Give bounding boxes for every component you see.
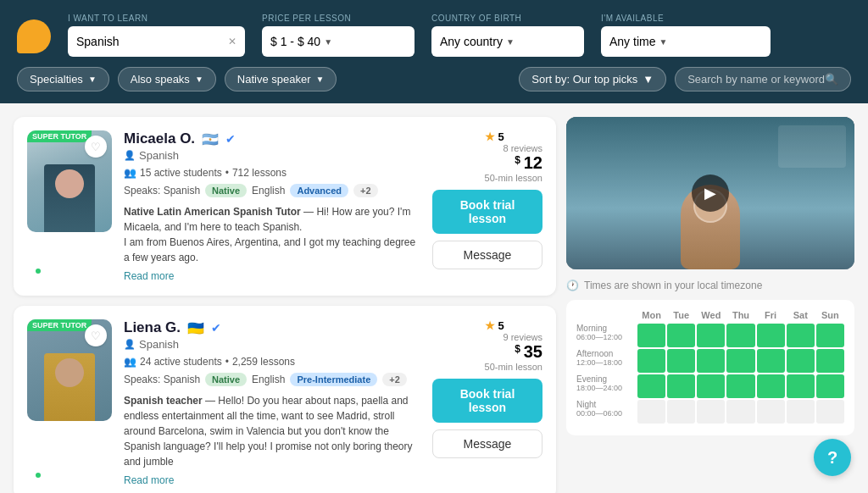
grid-cell[interactable] (697, 374, 725, 398)
tag-more: +2 (353, 184, 378, 197)
read-more-link[interactable]: Read more (124, 474, 174, 486)
grid-cell[interactable] (726, 374, 754, 398)
grid-cell[interactable] (697, 324, 725, 347)
learn-input[interactable] (76, 35, 225, 48)
also-speaks-button[interactable]: Also speaks ▼ (118, 67, 216, 91)
speaks-label: Speaks: Spanish (124, 185, 200, 197)
favorite-button[interactable]: ♡ (85, 136, 107, 158)
country-chevron-icon: ▼ (506, 37, 515, 47)
tutor-flag: 🇦🇷 (202, 131, 219, 147)
grid-cell[interactable] (697, 349, 725, 373)
grid-cell[interactable] (637, 400, 665, 424)
sort-label: Sort by: Our top picks (531, 73, 637, 86)
also-speaks-label: Also speaks (131, 73, 190, 86)
tutor-name-row: Micaela O. 🇦🇷 ✔ (124, 130, 420, 147)
timezone-note: 🕐 Times are shown in your local timezone (566, 280, 854, 291)
star-icon: ★ (485, 130, 495, 143)
learn-label: I WANT TO LEARN (68, 14, 245, 23)
tutor-subject: 👤 Spanish (124, 338, 420, 351)
help-label: ? (827, 448, 837, 468)
country-select-wrap[interactable]: Any country ▼ (431, 26, 584, 57)
grid-cell[interactable] (667, 400, 695, 424)
grid-cell[interactable] (787, 349, 815, 373)
rating-row: ★ 5 (485, 130, 542, 143)
price-row: ★ 5 9 reviews $ 35 50-min lesson (485, 319, 542, 372)
header: I WANT TO LEARN ✕ PRICE PER LESSON $ 1 -… (0, 0, 868, 103)
book-trial-button[interactable]: Book trial lesson (432, 190, 542, 234)
search-box[interactable]: Search by name or keyword 🔍 (675, 67, 851, 91)
grid-cell[interactable] (787, 374, 815, 398)
price-per: 50-min lesson (485, 173, 542, 183)
country-label: COUNTRY OF BIRTH (431, 14, 584, 23)
read-more-link[interactable]: Read more (124, 270, 174, 282)
tutor-description: Native Latin American Spanish Tutor — Hi… (124, 204, 420, 265)
rating-row: ★ 5 (485, 319, 542, 332)
grid-row-morning: Morning 06:00—12:00 (576, 324, 844, 347)
learn-input-wrap[interactable]: ✕ (68, 26, 245, 57)
tag-advanced: Advanced (290, 184, 348, 197)
grid-cell[interactable] (787, 400, 815, 424)
tutor-card: Super tutor ♡ Micaela O. 🇦🇷 ✔ 👤 Spanish … (14, 117, 556, 296)
grid-cell[interactable] (637, 324, 665, 347)
person-icon: 👤 (124, 339, 136, 350)
grid-cell[interactable] (787, 324, 815, 347)
help-button[interactable]: ? (814, 439, 851, 476)
grid-day: Tue (667, 310, 695, 320)
grid-cell[interactable] (816, 400, 844, 424)
grid-row-night: Night 00:00—06:00 (576, 400, 844, 424)
speaks-label: Speaks: Spanish (124, 374, 200, 385)
play-button[interactable]: ▶ (692, 174, 729, 212)
grid-cell[interactable] (667, 374, 695, 398)
grid-cell[interactable] (667, 324, 695, 347)
filter-learn: I WANT TO LEARN ✕ (68, 14, 245, 57)
grid-cell[interactable] (726, 324, 754, 347)
tag-native: Native (205, 373, 247, 386)
message-button[interactable]: Message (432, 429, 542, 458)
grid-cell[interactable] (726, 349, 754, 373)
dollar-icon: $ (515, 343, 520, 355)
grid-cell[interactable] (816, 324, 844, 347)
grid-cell[interactable] (816, 349, 844, 373)
grid-cell[interactable] (757, 400, 785, 424)
slot-name: Evening (576, 374, 636, 384)
slot-time: 00:00—06:00 (576, 409, 636, 418)
available-chevron-icon: ▼ (659, 37, 667, 47)
specialties-button[interactable]: Specialties ▼ (17, 67, 109, 91)
message-button[interactable]: Message (432, 241, 542, 269)
tutor-name: Micaela O. (124, 130, 195, 147)
grid-row-evening: Evening 18:00—24:00 (576, 374, 844, 398)
grid-row-afternoon: Afternoon 12:00—18:00 (576, 349, 844, 373)
review-count: 9 reviews (485, 332, 542, 342)
speaks-row: Speaks: Spanish Native English Advanced … (124, 184, 420, 197)
filter-available: I'M AVAILABLE Any time ▼ (601, 14, 771, 57)
search-icon: 🔍 (825, 73, 838, 86)
grid-cell[interactable] (757, 374, 785, 398)
grid-cell[interactable] (697, 400, 725, 424)
book-trial-button[interactable]: Book trial lesson (432, 379, 542, 423)
grid-cell[interactable] (637, 349, 665, 373)
filter-row2: Specialties ▼ Also speaks ▼ Native speak… (17, 67, 851, 91)
sort-button[interactable]: Sort by: Our top picks ▼ (519, 67, 666, 91)
grid-cell[interactable] (667, 349, 695, 373)
available-select-wrap[interactable]: Any time ▼ (601, 26, 771, 57)
price-select-wrap[interactable]: $ 1 - $ 40 ▼ (262, 26, 415, 57)
grid-cell[interactable] (726, 400, 754, 424)
native-speaker-button[interactable]: Native speaker ▼ (225, 67, 337, 91)
specialties-label: Specialties (30, 73, 83, 86)
timezone-text: Times are shown in your local timezone (584, 280, 762, 291)
time-slot-label: Afternoon 12:00—18:00 (576, 349, 636, 373)
grid-cell[interactable] (757, 324, 785, 347)
lessons-count: 712 lessons (232, 167, 287, 179)
dot-separator: • (225, 356, 229, 368)
slot-name: Afternoon (576, 349, 636, 358)
clear-learn-icon[interactable]: ✕ (228, 36, 236, 47)
grid-cell[interactable] (757, 349, 785, 373)
tutor-flag: 🇺🇦 (187, 320, 204, 336)
favorite-button[interactable]: ♡ (85, 324, 107, 346)
grid-day: Sun (816, 310, 844, 320)
grid-cell[interactable] (637, 374, 665, 398)
slot-time: 12:00—18:00 (576, 358, 636, 367)
main-content: Super tutor ♡ Micaela O. 🇦🇷 ✔ 👤 Spanish … (0, 103, 868, 493)
tutor-actions: ★ 5 9 reviews $ 35 50-min lesson Book tr… (432, 319, 542, 486)
grid-cell[interactable] (816, 374, 844, 398)
